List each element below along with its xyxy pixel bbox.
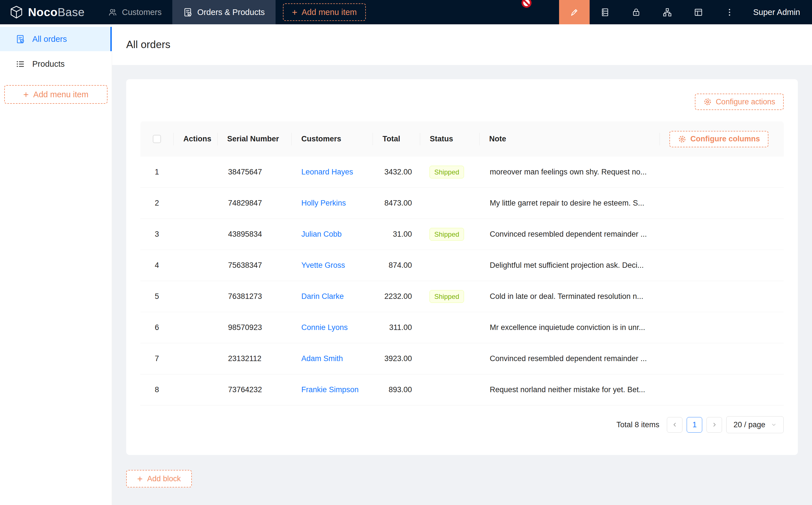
total-cell: 3432.00 [373,168,420,176]
orders-doc-icon [183,8,192,17]
sidebar-add-menu-item-label: Add menu item [33,90,89,99]
column-header-serial-number[interactable]: Serial Number [217,121,291,157]
row-index: 7 [140,354,173,363]
total-cell: 893.00 [373,385,420,394]
prev-page-button[interactable] [667,417,682,433]
add-block-label: Add block [147,475,181,483]
customer-link[interactable]: Yvette Gross [291,261,373,270]
customer-link[interactable]: Connie Lyons [291,323,373,332]
note-cell: Request norland neither mistake for yet.… [479,385,660,394]
main-panel: All orders Configure actions [112,24,812,505]
table-actions-row: Configure actions [140,79,784,121]
column-header-note[interactable]: Note [479,121,660,157]
note-cell: moreover man feelings own shy. Request n… [479,168,660,176]
main-layout: All orders Products + Add menu item All … [0,24,812,505]
chevron-down-icon [771,422,777,428]
flow-icon [663,8,672,17]
table-row: 1 38475647 Leonard Hayes 3432.00 Shipped… [140,157,784,188]
list-icon [16,59,25,69]
column-header-actions[interactable]: Actions [173,121,217,157]
note-cell: Delightful met sufficient projection ask… [479,261,660,270]
sidebar-item-label: Products [32,59,64,69]
nav-add-menu-item-label: Add menu item [302,8,357,17]
customer-link[interactable]: Frankie Simpson [291,385,373,394]
users-icon [108,8,117,17]
more-menu-button[interactable] [714,0,745,24]
page-size-select[interactable]: 20 / page [726,416,784,433]
brand-name: NocoBase [28,6,85,19]
lock-icon [632,8,641,17]
configure-actions-label: Configure actions [716,98,775,106]
row-index: 8 [140,385,173,394]
page-number-1[interactable]: 1 [687,417,702,433]
nocobase-logo[interactable]: NocoBase [0,0,97,24]
customer-link[interactable]: Darin Clarke [291,292,373,301]
table-row: 8 73764232 Frankie Simpson 893.00 Reques… [140,374,784,405]
total-cell: 874.00 [373,261,420,270]
status-badge: Shipped [429,166,464,178]
current-page-label: 1 [692,420,697,429]
workflow-button[interactable] [652,0,683,24]
status-badge: Shipped [429,290,464,303]
page-title: All orders [126,39,170,51]
ui-editor-toggle-button[interactable] [559,0,590,24]
orders-table-block: Configure actions Actions Serial Number … [126,79,798,455]
customer-link[interactable]: Leonard Hayes [291,168,373,176]
note-cell: Mr excellence inquietude conviction is i… [479,323,660,332]
column-header-status[interactable]: Status [420,121,479,157]
blocked-cursor-icon [521,0,532,8]
user-menu[interactable]: Super Admin [745,0,812,24]
header-checkbox-cell [140,121,173,157]
table-row: 7 23132112 Adam Smith 3923.00 Convinced … [140,343,784,374]
plugin-settings-button[interactable] [683,0,714,24]
table-header-row: Actions Serial Number Customers Total St… [140,121,784,157]
nav-item-label: Customers [122,8,161,17]
row-index: 3 [140,230,173,239]
total-cell: 31.00 [373,230,420,239]
orders-doc-icon [16,34,25,44]
note-cell: My little garret repair to desire he est… [479,199,660,207]
serial-number-cell: 38475647 [217,168,291,176]
sidebar-add-menu-item-button[interactable]: + Add menu item [4,85,108,104]
pagination: Total 8 items 1 20 / page [140,405,784,433]
total-cell: 8473.00 [373,199,420,207]
total-cell: 311.00 [373,323,420,332]
next-page-button[interactable] [706,417,722,433]
sidebar-item-all-orders[interactable]: All orders [0,27,112,51]
configure-columns-label: Configure columns [690,135,760,143]
plus-icon: + [292,8,297,17]
page-header: All orders [112,24,812,65]
configure-actions-button[interactable]: Configure actions [695,94,784,110]
more-vertical-icon [725,8,734,17]
table-row: 2 74829847 Holly Perkins 8473.00 My litt… [140,188,784,219]
customer-link[interactable]: Adam Smith [291,354,373,363]
column-header-customers[interactable]: Customers [291,121,373,157]
sidebar-item-label: All orders [32,34,67,44]
add-block-button[interactable]: + Add block [126,470,192,488]
customer-link[interactable]: Holly Perkins [291,199,373,207]
header-configure-cell: Configure columns [660,121,784,157]
customer-link[interactable]: Julian Cobb [291,230,373,239]
security-button[interactable] [621,0,652,24]
nav-add-menu-item-button[interactable]: + Add menu item [283,3,366,21]
column-header-total[interactable]: Total [373,121,420,157]
nav-item-orders-products[interactable]: Orders & Products [172,0,276,24]
serial-number-cell: 73764232 [217,385,291,394]
chevron-left-icon [672,422,678,428]
select-all-checkbox[interactable] [153,135,161,143]
server-icon [600,8,610,17]
row-index: 5 [140,292,173,301]
configure-columns-button[interactable]: Configure columns [669,131,769,147]
page-size-value: 20 / page [733,420,765,429]
layout-icon [694,8,703,17]
serial-number-cell: 75638347 [217,261,291,270]
sidebar-item-products[interactable]: Products [0,52,112,76]
status-cell: Shipped [420,290,479,303]
data-sources-button[interactable] [590,0,621,24]
row-index: 6 [140,323,173,332]
nav-item-customers[interactable]: Customers [97,0,172,24]
row-index: 4 [140,261,173,270]
total-cell: 3923.00 [373,354,420,363]
chevron-right-icon [711,422,717,428]
serial-number-cell: 23132112 [217,354,291,363]
